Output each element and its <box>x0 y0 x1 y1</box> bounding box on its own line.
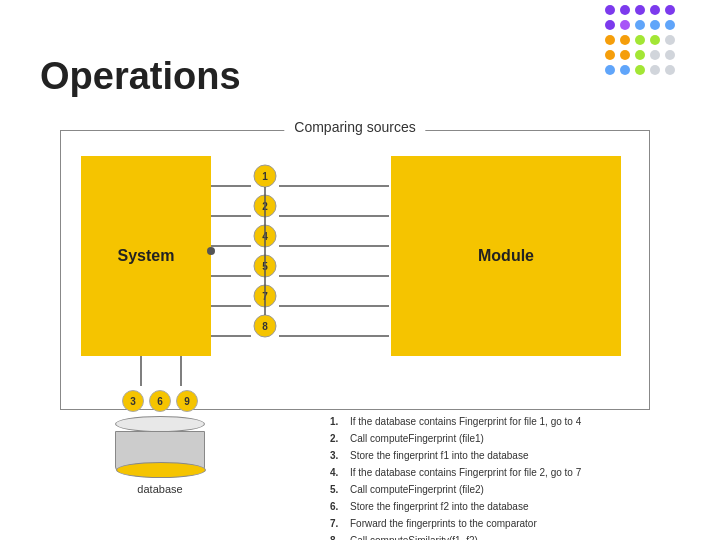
db-body <box>115 431 205 471</box>
page-title: Operations <box>40 55 241 98</box>
svg-point-43 <box>254 255 276 277</box>
step-number: 3. <box>330 449 346 462</box>
step-number: 5. <box>330 483 346 496</box>
svg-point-5 <box>605 20 615 30</box>
db-bubble-3: 3 <box>122 390 144 412</box>
step-text: If the database contains Fingerprint for… <box>350 466 581 479</box>
db-bubble-6: 6 <box>149 390 171 412</box>
db-cylinder <box>115 416 205 471</box>
step-text: Forward the fingerprints to the comparat… <box>350 517 537 530</box>
svg-point-45 <box>254 285 276 307</box>
svg-point-16 <box>620 50 630 60</box>
db-top <box>115 416 205 432</box>
svg-point-15 <box>605 50 615 60</box>
svg-point-41 <box>254 225 276 247</box>
svg-point-11 <box>620 35 630 45</box>
step-number: 7. <box>330 517 346 530</box>
svg-point-14 <box>665 35 675 45</box>
svg-point-22 <box>635 65 645 75</box>
step-number: 1. <box>330 415 346 428</box>
svg-point-19 <box>665 50 675 60</box>
database-area: 3 6 9 database <box>60 390 260 470</box>
svg-point-24 <box>665 65 675 75</box>
svg-point-0 <box>605 5 615 15</box>
svg-point-8 <box>650 20 660 30</box>
db-bubbles: 3 6 9 <box>60 390 260 412</box>
module-box: Module <box>391 156 621 356</box>
step-item: 8.Call computeSimilarity(f1, f2) <box>330 534 670 540</box>
step-text: Call computeFingerprint (file2) <box>350 483 484 496</box>
svg-point-23 <box>650 65 660 75</box>
step-item: 5.Call computeFingerprint (file2) <box>330 483 670 496</box>
step-item: 2.Call computeFingerprint (file1) <box>330 432 670 445</box>
step-item: 7.Forward the fingerprints to the compar… <box>330 517 670 530</box>
step-text: Store the fingerprint f1 into the databa… <box>350 449 528 462</box>
step-number: 2. <box>330 432 346 445</box>
svg-point-6 <box>620 20 630 30</box>
svg-point-20 <box>605 65 615 75</box>
svg-point-2 <box>635 5 645 15</box>
step-item: 3.Store the fingerprint f1 into the data… <box>330 449 670 462</box>
svg-text:7: 7 <box>262 291 268 302</box>
svg-point-47 <box>254 315 276 337</box>
decorative-dot-grid <box>600 0 720 85</box>
svg-point-4 <box>665 5 675 15</box>
svg-text:8: 8 <box>262 321 268 332</box>
db-bottom-ellipse <box>116 462 206 478</box>
step-number: 8. <box>330 534 346 540</box>
step-text: If the database contains Fingerprint for… <box>350 415 581 428</box>
svg-point-10 <box>605 35 615 45</box>
step-text: Store the fingerprint f2 into the databa… <box>350 500 528 513</box>
step-item: 6.Store the fingerprint f2 into the data… <box>330 500 670 513</box>
svg-point-9 <box>665 20 675 30</box>
system-box: System <box>81 156 211 356</box>
svg-text:4: 4 <box>262 231 268 242</box>
step-number: 4. <box>330 466 346 479</box>
svg-point-12 <box>635 35 645 45</box>
step-text: Call computeFingerprint (file1) <box>350 432 484 445</box>
svg-text:2: 2 <box>262 201 268 212</box>
step-number: 6. <box>330 500 346 513</box>
diagram-box: Comparing sources System Module 1 <box>60 130 650 410</box>
svg-point-17 <box>635 50 645 60</box>
svg-text:1: 1 <box>262 171 268 182</box>
svg-point-1 <box>620 5 630 15</box>
svg-point-37 <box>254 165 276 187</box>
db-label: database <box>60 483 260 495</box>
svg-point-3 <box>650 5 660 15</box>
svg-point-7 <box>635 20 645 30</box>
svg-text:5: 5 <box>262 261 268 272</box>
step-item: 4.If the database contains Fingerprint f… <box>330 466 670 479</box>
svg-point-18 <box>650 50 660 60</box>
svg-point-13 <box>650 35 660 45</box>
box-label: Comparing sources <box>284 119 425 135</box>
svg-point-21 <box>620 65 630 75</box>
step-text: Call computeSimilarity(f1, f2) <box>350 534 478 540</box>
db-bubble-9: 9 <box>176 390 198 412</box>
steps-list: 1.If the database contains Fingerprint f… <box>330 415 670 540</box>
svg-point-39 <box>254 195 276 217</box>
step-item: 1.If the database contains Fingerprint f… <box>330 415 670 428</box>
